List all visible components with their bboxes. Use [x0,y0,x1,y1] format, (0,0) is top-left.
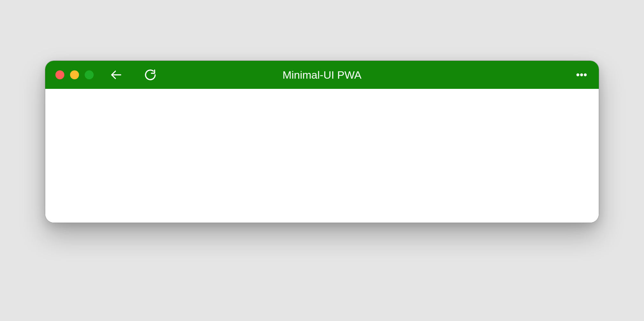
arrow-left-icon [110,68,122,81]
svg-point-3 [584,74,586,76]
traffic-lights [55,70,94,79]
content-area [45,89,599,223]
back-button[interactable] [109,68,123,82]
nav-controls [109,68,157,82]
titlebar: Minimal-UI PWA [45,61,599,89]
svg-point-1 [577,74,579,76]
close-button[interactable] [55,70,64,79]
right-controls [575,68,589,82]
maximize-button[interactable] [85,70,94,79]
reload-icon [144,68,157,81]
window-title: Minimal-UI PWA [283,69,361,81]
minimize-button[interactable] [70,70,79,79]
app-window: Minimal-UI PWA [45,61,599,223]
svg-point-2 [580,74,583,76]
more-button[interactable] [575,68,589,82]
reload-button[interactable] [143,68,157,82]
more-horizontal-icon [575,68,588,81]
